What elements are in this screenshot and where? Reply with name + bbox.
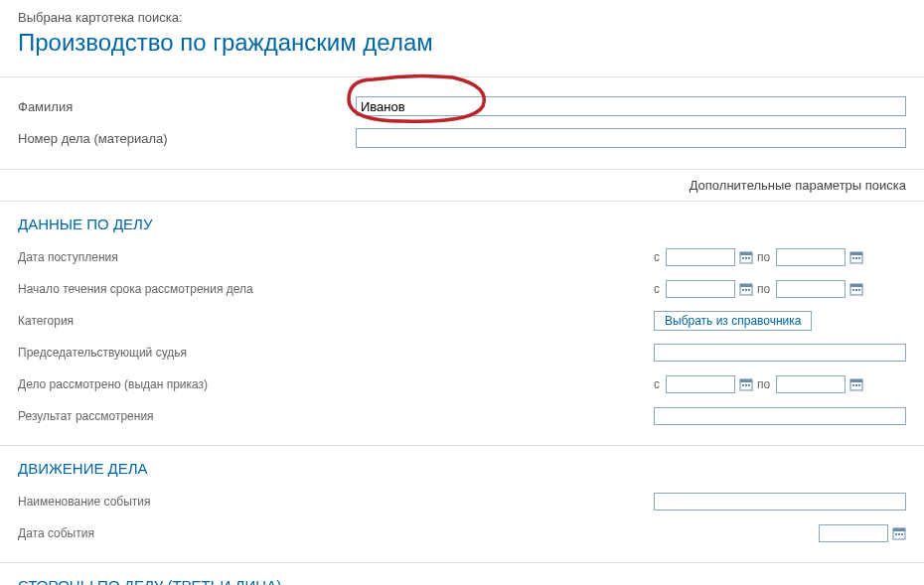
svg-rect-32 [895,533,897,535]
svg-rect-27 [852,384,854,386]
reviewed-row: Дело рассмотрено (выдан приказ) с по [18,373,906,395]
review-start-from-input[interactable] [666,280,735,298]
svg-rect-34 [901,533,903,535]
calendar-icon[interactable] [739,377,753,391]
svg-rect-18 [855,289,857,291]
event-date-row: Дата события [18,522,906,544]
additional-params-label: Дополнительные параметры поиска [0,170,924,202]
receipt-date-from-input[interactable] [666,248,735,266]
case-number-row: Номер дела (материала) [18,127,906,149]
judge-label: Председательствующий судья [18,346,654,360]
review-start-row: Начало течения срока рассмотрения дела с… [18,278,906,300]
svg-rect-8 [855,257,857,259]
from-label: с [654,250,660,264]
event-name-row: Наименование события [18,491,906,512]
category-ref-button[interactable]: Выбрать из справочника [654,311,812,331]
event-date-input[interactable] [819,524,888,542]
receipt-date-to-input[interactable] [776,248,846,266]
svg-rect-11 [740,284,752,287]
svg-rect-13 [745,289,747,291]
calendar-icon[interactable] [892,526,906,540]
calendar-icon[interactable] [739,282,753,296]
event-name-input[interactable] [654,493,906,511]
svg-rect-1 [740,252,752,255]
svg-rect-31 [893,528,905,531]
reviewed-from-input[interactable] [666,375,735,393]
reviewed-label: Дело рассмотрено (выдан приказ) [18,377,654,391]
svg-rect-33 [898,533,900,535]
from-label: с [654,282,660,296]
svg-rect-2 [742,257,744,259]
section-case-data: ДАННЫЕ ПО ДЕЛУ Дата поступления с по Нач… [0,202,924,446]
result-input[interactable] [654,407,906,425]
svg-rect-21 [740,379,752,382]
svg-rect-28 [855,384,857,386]
svg-rect-9 [858,257,860,259]
event-date-label: Дата события [18,526,654,540]
to-label: по [757,250,770,264]
section-movement: ДВИЖЕНИЕ ДЕЛА Наименование события Дата … [0,446,924,563]
calendar-icon[interactable] [849,377,863,391]
to-label: по [757,377,770,391]
page-title: Производство по гражданским делам [18,29,906,57]
section-parties: СТОРОНЫ ПО ДЕЛУ (ТРЕТЬИ ЛИЦА) Вид лица, … [0,563,924,585]
judge-row: Председательствующий судья [18,342,906,364]
category-row: Категория Выбрать из справочника [18,310,906,332]
section-title-case-data: ДАННЫЕ ПО ДЕЛУ [18,216,906,232]
calendar-icon[interactable] [849,282,863,296]
review-start-to-input[interactable] [776,280,846,298]
svg-rect-12 [742,289,744,291]
svg-rect-19 [858,289,860,291]
svg-rect-7 [852,257,854,259]
judge-input[interactable] [654,344,906,362]
svg-rect-23 [745,384,747,386]
svg-rect-14 [748,289,750,291]
surname-label: Фамилия [18,99,356,114]
svg-rect-16 [850,284,862,287]
surname-row: Фамилия [18,95,906,117]
category-label: Категория [18,314,654,328]
review-start-label: Начало течения срока рассмотрения дела [18,282,654,296]
svg-rect-4 [748,257,750,259]
event-name-label: Наименование события [18,495,654,509]
calendar-icon[interactable] [739,250,753,264]
receipt-date-row: Дата поступления с по [18,246,906,268]
reviewed-to-input[interactable] [776,375,846,393]
case-number-input[interactable] [356,128,906,148]
from-label: с [654,377,660,391]
result-label: Результат рассмотрения [18,409,654,423]
svg-rect-6 [850,252,862,255]
svg-rect-17 [852,289,854,291]
section-title-movement: ДВИЖЕНИЕ ДЕЛА [18,460,906,477]
svg-rect-29 [858,384,860,386]
header-label: Выбрана картотека поиска: [18,10,906,25]
to-label: по [757,282,770,296]
surname-input[interactable] [356,96,906,116]
svg-rect-22 [742,384,744,386]
svg-rect-26 [850,379,862,382]
result-row: Результат рассмотрения [18,405,906,427]
svg-rect-24 [748,384,750,386]
case-number-label: Номер дела (материала) [18,131,356,146]
calendar-icon[interactable] [849,250,863,264]
svg-rect-3 [745,257,747,259]
section-title-parties: СТОРОНЫ ПО ДЕЛУ (ТРЕТЬИ ЛИЦА) [18,577,906,585]
receipt-date-label: Дата поступления [18,250,654,264]
